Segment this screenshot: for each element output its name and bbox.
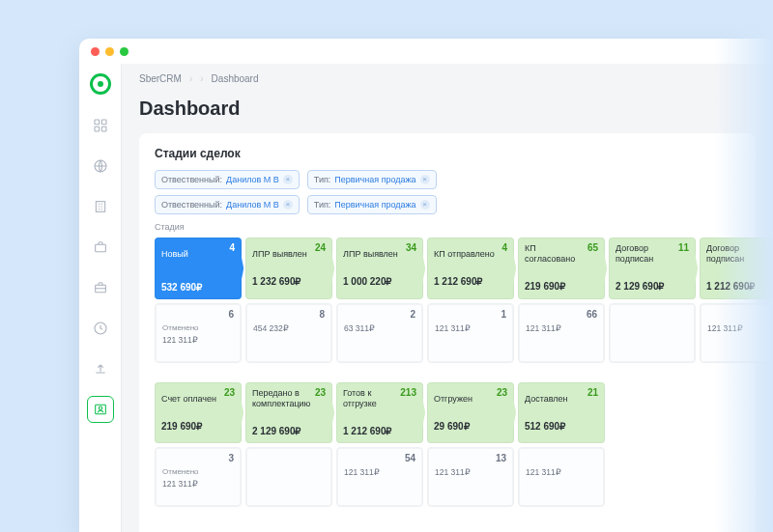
close-icon[interactable]: × (420, 200, 430, 210)
sidebar-item-contact[interactable] (87, 396, 114, 423)
window-close-icon[interactable] (91, 47, 100, 56)
stage-card[interactable]: КП отправлено 4 1 212 690₽ (427, 238, 514, 299)
close-icon[interactable]: × (283, 175, 293, 184)
stage-amount: 2 129 690₽ (616, 281, 689, 292)
clock-icon (93, 321, 108, 336)
sidebar-item-briefcase-2[interactable] (87, 274, 114, 301)
stage-card[interactable]: Новый 4 532 690₽ (155, 238, 242, 299)
close-icon[interactable]: × (283, 200, 293, 210)
stage-card[interactable]: Договор подписан 11 2 129 690₽ (609, 238, 696, 299)
user-card-icon (93, 402, 108, 417)
stage-card[interactable]: Договор подписан 1 212 690₽ (700, 238, 773, 299)
stage-cancelled-card[interactable]: 54 121 311₽ (336, 447, 423, 507)
breadcrumb-app[interactable]: SberCRM (139, 73, 182, 84)
app-logo-icon[interactable] (90, 73, 111, 95)
cancelled-amount: 121 311₽ (526, 467, 597, 477)
stage-amount: 512 690₽ (525, 421, 598, 432)
stage-cancelled-card[interactable]: 13 121 311₽ (427, 447, 514, 507)
cancelled-count: 6 (228, 309, 234, 320)
sidebar-item-globe[interactable] (87, 153, 114, 180)
stage-card[interactable]: Отгружен 23 29 690₽ (427, 382, 514, 443)
stage-name: ЛПР выявлен (343, 249, 398, 260)
stage-card[interactable]: Готов к отгрузке 213 1 212 690₽ (336, 382, 423, 443)
stage-card[interactable]: ЛПР выявлен 34 1 000 220₽ (336, 238, 423, 299)
stage-card[interactable]: КП согласовано 65 219 690₽ (518, 238, 605, 299)
stage-amount: 1 212 690₽ (343, 426, 416, 436)
cancelled-amount: 121 311₽ (526, 323, 597, 333)
stage-cancelled-card[interactable] (245, 447, 332, 507)
cancelled-count: 3 (228, 453, 234, 463)
cancelled-count: 13 (496, 453, 506, 463)
filter-key: Отвественный: (161, 200, 222, 210)
stage-amount: 219 690₽ (525, 281, 598, 292)
stage-name: ЛПР выявлен (252, 249, 307, 260)
stage-amount: 219 690₽ (161, 421, 235, 432)
stage-cancelled-card[interactable]: 66 121 311₽ (518, 303, 605, 363)
briefcase-icon (93, 239, 108, 255)
filter-chip-responsible[interactable]: Отвественный: Данилов М В × (155, 195, 300, 214)
stage-name: Счет оплачен (161, 394, 216, 405)
filter-chip-type[interactable]: Тип: Первичная продажа × (307, 170, 437, 189)
filter-key: Тип: (314, 200, 331, 210)
stage-card[interactable]: ЛПР выявлен 24 1 232 690₽ (245, 238, 332, 299)
sidebar-item-upload[interactable] (87, 355, 114, 382)
stage-amount: 532 690₽ (161, 282, 235, 293)
sidebar-item-briefcase[interactable] (87, 234, 114, 261)
stage-cancelled-card[interactable]: 2 63 311₽ (336, 303, 423, 363)
svg-rect-5 (96, 202, 104, 212)
stage-cancelled-card[interactable]: 6 Отменено 121 311₽ (155, 303, 242, 363)
window-titlebar (79, 39, 773, 64)
svg-rect-1 (101, 120, 106, 125)
stage-amount: 1 212 690₽ (706, 281, 773, 292)
stage-count: 11 (678, 242, 689, 253)
cancelled-label: Отменено (162, 323, 234, 332)
stage-name: КП согласовано (525, 243, 588, 265)
axis-label: Стадия (155, 222, 740, 232)
stage-count: 213 (400, 387, 416, 398)
stage-cancelled-card[interactable]: 1 121 311₽ (427, 303, 514, 363)
sidebar-item-building[interactable] (87, 193, 114, 220)
stage-amount: 2 129 690₽ (252, 426, 326, 436)
briefcase-icon (93, 280, 108, 295)
sidebar-item-history[interactable] (87, 315, 114, 342)
stage-amount: 1 212 690₽ (434, 276, 507, 287)
stage-card[interactable]: Счет оплачен 23 219 690₽ (155, 382, 242, 443)
stage-name: Отгружен (434, 394, 472, 405)
breadcrumb-page[interactable]: Dashboard (212, 73, 259, 84)
stage-cancelled-card[interactable] (609, 303, 696, 363)
stage-count: 23 (224, 387, 235, 398)
close-icon[interactable]: × (420, 175, 430, 184)
stage-card[interactable]: Доставлен 21 512 690₽ (518, 382, 605, 443)
stage-amount: 29 690₽ (434, 421, 507, 432)
cancelled-count: 2 (410, 309, 415, 320)
filter-value: Первичная продажа (334, 175, 415, 184)
stage-cancelled-card[interactable]: 3 Отменено 121 311₽ (155, 447, 242, 507)
window-maximize-icon[interactable] (120, 47, 129, 56)
stage-amount: 1 232 690₽ (252, 276, 326, 287)
filter-key: Отвественный: (161, 175, 222, 184)
cancelled-amount: 121 311₽ (162, 479, 234, 489)
cancelled-count: 66 (587, 309, 597, 320)
stage-cancelled-card[interactable]: 121 311₽ (518, 447, 605, 507)
page-title: Dashboard (139, 98, 756, 120)
sidebar-item-dashboard[interactable] (87, 112, 114, 139)
stage-name: Новый (161, 249, 188, 260)
stage-count: 21 (587, 387, 598, 398)
stage-card[interactable]: Передано в комплектацию 23 2 129 690₽ (245, 382, 332, 443)
deals-stages-panel: Стадии сделок Отвественный: Данилов М В … (139, 133, 756, 532)
panel-title: Стадии сделок (155, 147, 740, 160)
stage-cancelled-card[interactable]: 121 311₽ (700, 303, 773, 363)
cancelled-count: 54 (405, 453, 415, 463)
stage-cancelled-card[interactable]: 8 454 232₽ (245, 303, 332, 363)
stage-lane-2-cancelled: 3 Отменено 121 311₽ 54 121 311₽ (155, 447, 740, 507)
cancelled-amount: 454 232₽ (253, 323, 325, 333)
chevron-right-icon: › (189, 73, 192, 84)
filter-chip-responsible[interactable]: Отвественный: Данилов М В × (155, 170, 300, 189)
stage-count: 23 (315, 387, 326, 398)
filter-chip-type[interactable]: Тип: Первичная продажа × (307, 195, 437, 214)
stage-name: КП отправлено (434, 249, 495, 260)
client-area: SberCRM › › Dashboard Dashboard Стадии с… (79, 64, 773, 532)
cancelled-amount: 121 311₽ (435, 467, 506, 477)
stage-name: Договор подписан (616, 243, 679, 265)
window-minimize-icon[interactable] (105, 47, 114, 56)
